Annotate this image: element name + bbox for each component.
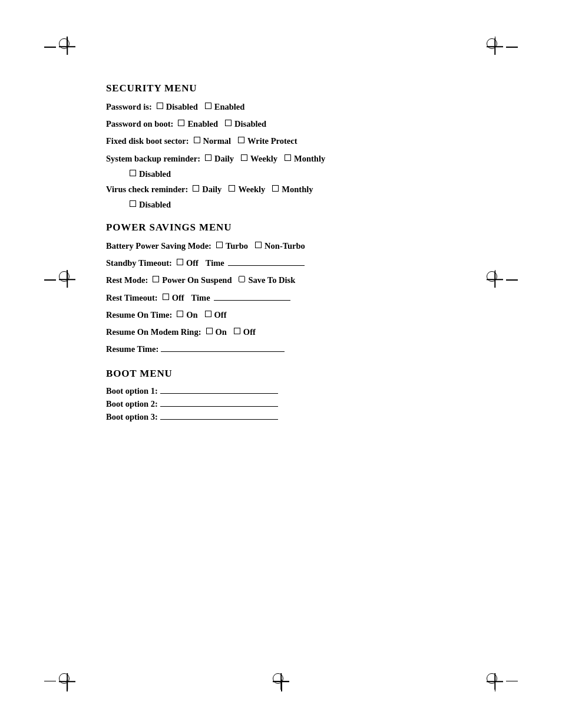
security-menu-section: SECURITY MENU Password is: Disabled Enab…: [106, 83, 468, 210]
resume-on-time-row: Resume On Time: On Off: [106, 308, 468, 322]
backup-disabled-checkbox[interactable]: [130, 170, 136, 176]
boot-enabled-checkbox[interactable]: [178, 120, 184, 126]
resume-on-time-label: Resume On Time:: [106, 308, 172, 322]
turbo-checkbox[interactable]: [216, 242, 223, 248]
non-turbo-label: Non-Turbo: [265, 239, 305, 253]
password-disabled-checkbox[interactable]: [157, 103, 163, 109]
boot-enabled-label: Enabled: [187, 117, 218, 131]
standby-off-checkbox[interactable]: [177, 259, 183, 265]
write-protect-checkbox[interactable]: [238, 137, 244, 143]
battery-power-label: Battery Power Saving Mode:: [106, 239, 211, 253]
turbo-option: Turbo: [216, 239, 248, 253]
save-to-disk-checkbox[interactable]: [239, 276, 245, 282]
backup-weekly-checkbox[interactable]: [241, 154, 247, 161]
virus-disabled-checkbox[interactable]: [130, 200, 136, 207]
virus-disabled-option: Disabled: [130, 200, 171, 210]
resume-time-off-option: Off: [205, 308, 227, 322]
password-disabled-label: Disabled: [166, 100, 198, 114]
rest-off-label: Off: [172, 291, 184, 305]
tick-mr-v: [495, 270, 496, 282]
tick-bl-v: [67, 680, 68, 691]
boot-option-2-field[interactable]: [160, 398, 278, 407]
rest-time-label: Time: [191, 291, 210, 305]
resume-time-field[interactable]: [161, 344, 285, 352]
backup-monthly-checkbox[interactable]: [285, 154, 291, 161]
tick-bc-v: [281, 680, 282, 691]
boot-disabled-checkbox[interactable]: [225, 120, 232, 126]
rest-off-checkbox[interactable]: [163, 294, 169, 300]
power-on-suspend-label: Power On Suspend: [162, 274, 232, 287]
resume-modem-on-checkbox[interactable]: [206, 328, 213, 334]
virus-weekly-label: Weekly: [238, 183, 265, 196]
boot-disabled-option: Disabled: [225, 117, 266, 131]
resume-time-row: Resume Time:: [106, 342, 468, 356]
rest-off-option: Off: [163, 291, 184, 305]
boot-option-2-row: Boot option 2:: [106, 398, 468, 409]
non-turbo-option: Non-Turbo: [255, 239, 305, 253]
password-disabled-option: Disabled: [157, 100, 198, 114]
resume-time-on-label: On: [186, 308, 197, 322]
resume-modem-off-label: Off: [243, 325, 256, 339]
boot-option-3-label: Boot option 3:: [106, 412, 158, 422]
virus-check-row: Virus check reminder: Daily Weekly Month…: [106, 183, 468, 196]
backup-daily-option: Daily: [205, 152, 234, 166]
write-protect-option: Write Protect: [238, 134, 297, 148]
resume-time-on-checkbox[interactable]: [177, 311, 183, 317]
rest-time-field[interactable]: [214, 292, 290, 301]
virus-monthly-option: Monthly: [272, 183, 313, 196]
boot-option-2-label: Boot option 2:: [106, 399, 158, 409]
password-is-row: Password is: Disabled Enabled: [106, 100, 468, 114]
rest-mode-row: Rest Mode: Power On Suspend Save To Disk: [106, 274, 468, 287]
normal-checkbox[interactable]: [194, 137, 200, 143]
page: SECURITY MENU Password is: Disabled Enab…: [0, 0, 562, 728]
boot-enabled-option: Enabled: [178, 117, 218, 131]
resume-on-modem-label: Resume On Modem Ring:: [106, 325, 201, 339]
boot-option-1-field[interactable]: [160, 386, 278, 394]
standby-off-label: Off: [186, 256, 199, 270]
resume-on-modem-row: Resume On Modem Ring: On Off: [106, 325, 468, 339]
standby-timeout-label: Standby Timeout:: [106, 256, 172, 270]
backup-daily-checkbox[interactable]: [205, 154, 211, 161]
save-to-disk-option: Save To Disk: [239, 274, 295, 287]
tick-br-h: [506, 681, 518, 682]
password-is-label: Password is:: [106, 100, 152, 114]
security-menu-title: SECURITY MENU: [106, 83, 468, 94]
tick-tl-v: [67, 37, 68, 48]
tick-tl-h: [44, 47, 56, 48]
non-turbo-checkbox[interactable]: [255, 242, 262, 248]
standby-off-option: Off: [177, 256, 199, 270]
standby-time-field[interactable]: [228, 258, 305, 266]
backup-weekly-label: Weekly: [250, 152, 277, 166]
normal-label: Normal: [203, 134, 232, 148]
backup-monthly-option: Monthly: [285, 152, 325, 166]
system-backup-row: System backup reminder: Daily Weekly Mon…: [106, 152, 468, 166]
virus-daily-checkbox[interactable]: [193, 185, 199, 192]
boot-option-1-label: Boot option 1:: [106, 386, 158, 396]
main-content: SECURITY MENU Password is: Disabled Enab…: [106, 83, 468, 422]
save-to-disk-label: Save To Disk: [248, 274, 295, 287]
virus-monthly-checkbox[interactable]: [272, 185, 279, 192]
power-on-suspend-checkbox[interactable]: [153, 276, 159, 282]
virus-check-label: Virus check reminder:: [106, 183, 188, 196]
boot-option-3-field[interactable]: [160, 411, 278, 420]
backup-monthly-label: Monthly: [294, 152, 325, 166]
battery-power-row: Battery Power Saving Mode: Turbo Non-Tur…: [106, 239, 468, 253]
power-savings-section: POWER SAVINGS MENU Battery Power Saving …: [106, 222, 468, 356]
resume-time-on-option: On: [177, 308, 197, 322]
fixed-disk-label: Fixed disk boot sector:: [106, 134, 189, 148]
system-backup-label: System backup reminder:: [106, 152, 200, 166]
power-savings-title: POWER SAVINGS MENU: [106, 222, 468, 233]
fixed-disk-row: Fixed disk boot sector: Normal Write Pro…: [106, 134, 468, 148]
boot-option-3-row: Boot option 3:: [106, 411, 468, 422]
tick-tr-h: [506, 47, 518, 48]
password-enabled-checkbox[interactable]: [205, 103, 211, 109]
virus-disabled-label: Disabled: [139, 200, 171, 210]
resume-modem-off-checkbox[interactable]: [234, 328, 240, 334]
virus-weekly-checkbox[interactable]: [229, 185, 235, 192]
resume-time-off-checkbox[interactable]: [205, 311, 211, 317]
write-protect-label: Write Protect: [247, 134, 297, 148]
resume-modem-on-label: On: [216, 325, 227, 339]
resume-time-label: Resume Time:: [106, 342, 158, 356]
password-on-boot-row: Password on boot: Enabled Disabled: [106, 117, 468, 131]
virus-daily-option: Daily: [193, 183, 222, 196]
